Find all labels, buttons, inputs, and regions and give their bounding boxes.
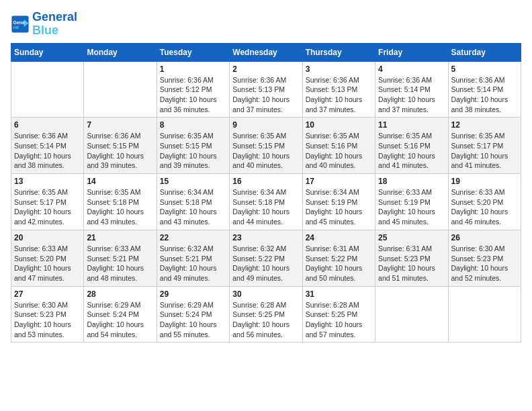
calendar-cell: 26Sunrise: 6:30 AM Sunset: 5:23 PM Dayli…: [448, 230, 521, 286]
day-number: 20: [14, 233, 81, 242]
day-info: Sunrise: 6:33 AM Sunset: 5:20 PM Dayligh…: [14, 244, 81, 283]
day-info: Sunrise: 6:35 AM Sunset: 5:18 PM Dayligh…: [87, 187, 153, 227]
day-info: Sunrise: 6:33 AM Sunset: 5:19 PM Dayligh…: [378, 187, 445, 227]
calendar-cell: 10Sunrise: 6:35 AM Sunset: 5:16 PM Dayli…: [302, 118, 375, 174]
day-number: 22: [160, 233, 226, 242]
calendar-cell: 20Sunrise: 6:33 AM Sunset: 5:20 PM Dayli…: [11, 230, 84, 286]
day-info: Sunrise: 6:28 AM Sunset: 5:25 PM Dayligh…: [232, 300, 299, 340]
weekday-header-friday: Friday: [375, 43, 448, 61]
day-info: Sunrise: 6:33 AM Sunset: 5:20 PM Dayligh…: [451, 187, 518, 227]
calendar-cell: 7Sunrise: 6:36 AM Sunset: 5:15 PM Daylig…: [84, 118, 157, 174]
day-number: 5: [451, 64, 518, 74]
calendar-cell: 9Sunrise: 6:35 AM Sunset: 5:15 PM Daylig…: [230, 118, 302, 174]
calendar-cell: 13Sunrise: 6:35 AM Sunset: 5:17 PM Dayli…: [11, 174, 84, 230]
day-info: Sunrise: 6:35 AM Sunset: 5:15 PM Dayligh…: [232, 131, 299, 171]
calendar-cell: 17Sunrise: 6:34 AM Sunset: 5:19 PM Dayli…: [302, 174, 375, 230]
day-info: Sunrise: 6:28 AM Sunset: 5:25 PM Dayligh…: [306, 300, 372, 340]
day-number: 18: [378, 177, 445, 186]
calendar-cell: 30Sunrise: 6:28 AM Sunset: 5:25 PM Dayli…: [230, 286, 302, 342]
day-info: Sunrise: 6:30 AM Sunset: 5:23 PM Dayligh…: [451, 244, 518, 283]
calendar-cell: 25Sunrise: 6:31 AM Sunset: 5:23 PM Dayli…: [375, 230, 448, 286]
day-info: Sunrise: 6:36 AM Sunset: 5:15 PM Dayligh…: [87, 131, 153, 171]
day-number: 14: [87, 177, 153, 186]
day-info: Sunrise: 6:30 AM Sunset: 5:23 PM Dayligh…: [14, 300, 81, 340]
calendar-cell: [11, 61, 84, 118]
day-number: 7: [87, 120, 153, 130]
day-number: 4: [378, 64, 445, 74]
day-info: Sunrise: 6:29 AM Sunset: 5:24 PM Dayligh…: [160, 300, 226, 340]
calendar-cell: [375, 286, 448, 342]
day-number: 12: [451, 120, 518, 130]
day-info: Sunrise: 6:36 AM Sunset: 5:14 PM Dayligh…: [14, 131, 81, 171]
calendar-cell: 4Sunrise: 6:36 AM Sunset: 5:14 PM Daylig…: [375, 61, 448, 118]
day-number: 27: [14, 289, 81, 299]
logo-text-line2: Blue: [32, 24, 77, 38]
calendar-week-row: 1Sunrise: 6:36 AM Sunset: 5:12 PM Daylig…: [11, 61, 521, 118]
day-info: Sunrise: 6:33 AM Sunset: 5:21 PM Dayligh…: [87, 244, 153, 283]
calendar-cell: [84, 61, 157, 118]
calendar-cell: 23Sunrise: 6:32 AM Sunset: 5:22 PM Dayli…: [230, 230, 302, 286]
weekday-header-saturday: Saturday: [448, 43, 521, 61]
day-info: Sunrise: 6:31 AM Sunset: 5:22 PM Dayligh…: [306, 244, 372, 283]
day-info: Sunrise: 6:35 AM Sunset: 5:15 PM Dayligh…: [160, 131, 226, 171]
day-info: Sunrise: 6:36 AM Sunset: 5:14 PM Dayligh…: [451, 75, 518, 115]
calendar-cell: 3Sunrise: 6:36 AM Sunset: 5:13 PM Daylig…: [302, 61, 375, 118]
weekday-header-wednesday: Wednesday: [230, 43, 302, 61]
day-info: Sunrise: 6:34 AM Sunset: 5:18 PM Dayligh…: [232, 187, 299, 227]
day-number: 13: [14, 177, 81, 186]
day-number: 2: [232, 64, 299, 74]
day-info: Sunrise: 6:36 AM Sunset: 5:14 PM Dayligh…: [378, 75, 445, 115]
day-info: Sunrise: 6:35 AM Sunset: 5:17 PM Dayligh…: [451, 131, 518, 171]
day-info: Sunrise: 6:29 AM Sunset: 5:24 PM Dayligh…: [87, 300, 153, 340]
calendar-cell: 19Sunrise: 6:33 AM Sunset: 5:20 PM Dayli…: [448, 174, 521, 230]
day-info: Sunrise: 6:35 AM Sunset: 5:17 PM Dayligh…: [14, 187, 81, 227]
calendar-cell: 31Sunrise: 6:28 AM Sunset: 5:25 PM Dayli…: [302, 286, 375, 342]
calendar-cell: 12Sunrise: 6:35 AM Sunset: 5:17 PM Dayli…: [448, 118, 521, 174]
logo: Gene ral General Blue: [11, 11, 77, 38]
day-number: 17: [306, 177, 372, 186]
svg-text:ral: ral: [13, 25, 19, 30]
day-number: 23: [232, 233, 299, 242]
weekday-header-sunday: Sunday: [11, 43, 84, 61]
day-number: 9: [232, 120, 299, 130]
calendar-week-row: 20Sunrise: 6:33 AM Sunset: 5:20 PM Dayli…: [11, 230, 521, 286]
calendar-cell: 24Sunrise: 6:31 AM Sunset: 5:22 PM Dayli…: [302, 230, 375, 286]
day-info: Sunrise: 6:36 AM Sunset: 5:13 PM Dayligh…: [232, 75, 299, 115]
day-info: Sunrise: 6:35 AM Sunset: 5:16 PM Dayligh…: [378, 131, 445, 171]
calendar-week-row: 27Sunrise: 6:30 AM Sunset: 5:23 PM Dayli…: [11, 286, 521, 342]
calendar-cell: 6Sunrise: 6:36 AM Sunset: 5:14 PM Daylig…: [11, 118, 84, 174]
day-number: 21: [87, 233, 153, 242]
day-number: 19: [451, 177, 518, 186]
day-info: Sunrise: 6:31 AM Sunset: 5:23 PM Dayligh…: [378, 244, 445, 283]
calendar-cell: 29Sunrise: 6:29 AM Sunset: 5:24 PM Dayli…: [157, 286, 229, 342]
calendar-cell: 14Sunrise: 6:35 AM Sunset: 5:18 PM Dayli…: [84, 174, 157, 230]
weekday-header-thursday: Thursday: [302, 43, 375, 61]
calendar-cell: 22Sunrise: 6:32 AM Sunset: 5:21 PM Dayli…: [157, 230, 229, 286]
calendar-cell: [448, 286, 521, 342]
day-number: 28: [87, 289, 153, 299]
logo-text-line1: General: [32, 11, 77, 24]
day-number: 6: [14, 120, 81, 130]
day-number: 25: [378, 233, 445, 242]
calendar-table: SundayMondayTuesdayWednesdayThursdayFrid…: [11, 43, 521, 343]
day-number: 26: [451, 233, 518, 242]
day-info: Sunrise: 6:35 AM Sunset: 5:16 PM Dayligh…: [306, 131, 372, 171]
weekday-header-tuesday: Tuesday: [157, 43, 229, 61]
calendar-cell: 8Sunrise: 6:35 AM Sunset: 5:15 PM Daylig…: [157, 118, 229, 174]
calendar-week-row: 13Sunrise: 6:35 AM Sunset: 5:17 PM Dayli…: [11, 174, 521, 230]
day-info: Sunrise: 6:36 AM Sunset: 5:12 PM Dayligh…: [160, 75, 226, 115]
calendar-week-row: 6Sunrise: 6:36 AM Sunset: 5:14 PM Daylig…: [11, 118, 521, 174]
day-number: 15: [160, 177, 226, 186]
logo-icon: Gene ral: [11, 15, 30, 34]
calendar-cell: 27Sunrise: 6:30 AM Sunset: 5:23 PM Dayli…: [11, 286, 84, 342]
calendar-cell: 21Sunrise: 6:33 AM Sunset: 5:21 PM Dayli…: [84, 230, 157, 286]
day-number: 31: [306, 289, 372, 299]
calendar-cell: 18Sunrise: 6:33 AM Sunset: 5:19 PM Dayli…: [375, 174, 448, 230]
calendar-cell: 11Sunrise: 6:35 AM Sunset: 5:16 PM Dayli…: [375, 118, 448, 174]
calendar-cell: 16Sunrise: 6:34 AM Sunset: 5:18 PM Dayli…: [230, 174, 302, 230]
weekday-header-monday: Monday: [84, 43, 157, 61]
day-info: Sunrise: 6:34 AM Sunset: 5:18 PM Dayligh…: [160, 187, 226, 227]
day-number: 8: [160, 120, 226, 130]
day-info: Sunrise: 6:36 AM Sunset: 5:13 PM Dayligh…: [306, 75, 372, 115]
day-number: 24: [306, 233, 372, 242]
